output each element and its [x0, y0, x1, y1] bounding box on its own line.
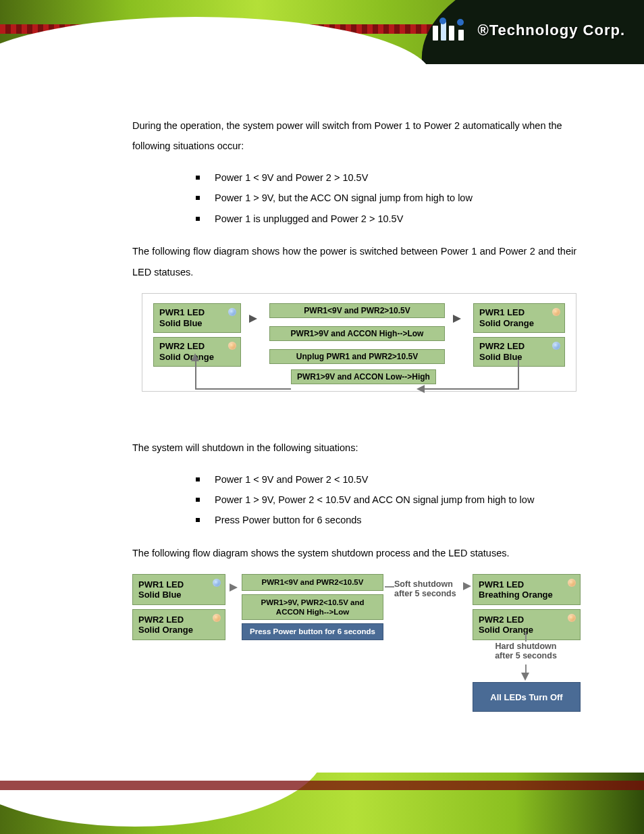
state-all-off: All LEDs Turn Off: [473, 682, 581, 712]
list-item: Power 1 < 9V and Power 2 < 10.5V: [196, 469, 576, 490]
section1-intro: During the operation, the system power w…: [132, 115, 576, 157]
arrow-right-icon: [463, 582, 471, 590]
state-pwr1-led: PWR1 LEDSolid Orange: [473, 303, 565, 333]
arrow-left-icon: [417, 385, 425, 393]
led-dot-icon: [228, 308, 236, 316]
registered-mark: ®: [477, 22, 489, 38]
list-item: Power 1 > 9V, Power 2 < 10.5V and ACC ON…: [196, 490, 576, 510]
state-pwr2-led: PWR2 LEDSolid Orange: [132, 609, 225, 640]
section2-intro: The system will shutdown in the followin…: [132, 438, 576, 458]
list-item: Power 1 > 9V, but the ACC ON signal jump…: [196, 188, 576, 208]
page-header: ®Technology Corp.: [0, 0, 644, 64]
led-dot-icon: [228, 342, 236, 350]
soft-shutdown-label: Soft shutdownafter 5 seconds: [394, 579, 456, 598]
page-footer: [0, 773, 644, 834]
condition-box: Unplug PWR1 and PWR2>10.5V: [269, 349, 445, 364]
condition-box: PWR1>9V and ACCON High-->Low: [269, 326, 445, 341]
led-dot-icon: [213, 579, 221, 587]
section1-after: The following flow diagram shows how the…: [132, 241, 576, 282]
page-content: During the operation, the system power w…: [0, 64, 644, 773]
list-item: Power 1 < 9V and Power 2 > 10.5V: [196, 167, 576, 188]
state-pwr2-led: PWR2 LEDSolid Orange: [153, 337, 241, 367]
led-dot-icon: [568, 579, 576, 587]
arrow-right-icon: [453, 313, 461, 323]
list-item: Press Power button for 6 seconds: [196, 510, 576, 530]
condition-box: Press Power button for 6 seconds: [242, 623, 383, 640]
state-pwr2-led: PWR2 LEDSolid Blue: [473, 337, 565, 367]
diagram-shutdown: PWR1 LEDSolid Blue PWR2 LEDSolid Orange …: [132, 574, 576, 729]
list-item: Power 1 is unplugged and Power 2 > 10.5V: [196, 209, 576, 229]
arrow-right-icon: [230, 583, 238, 592]
brand-name: Technology Corp.: [489, 22, 625, 38]
state-pwr1-led: PWR1 LEDSolid Blue: [132, 574, 225, 605]
diagram-power-switch: PWR1 LEDSolid Blue PWR2 LEDSolid Orange …: [142, 293, 576, 392]
section2-after: The following flow diagram shows the sys…: [132, 543, 576, 563]
condition-box: PWR1<9V and PWR2<10.5V: [242, 574, 383, 590]
state-pwr1-led: PWR1 LEDSolid Blue: [153, 303, 241, 333]
arrow-down-icon: [521, 673, 529, 681]
arrow-right-icon: [249, 313, 257, 323]
condition-box: PWR1>9V, PWR2<10.5V and ACCON High-->Low: [242, 594, 383, 621]
brand-logo-icon: [433, 22, 473, 41]
led-dot-icon: [568, 614, 576, 622]
section2-bullets: Power 1 < 9V and Power 2 < 10.5V Power 1…: [196, 469, 576, 531]
arrow-up-icon: [191, 353, 199, 361]
state-pwr2-led: PWR2 LEDSolid Orange: [473, 609, 581, 640]
led-dot-icon: [552, 308, 560, 316]
brand: ®Technology Corp.: [433, 22, 625, 41]
led-dot-icon: [213, 614, 221, 622]
state-pwr1-led: PWR1 LEDBreathing Orange: [473, 574, 581, 605]
led-dot-icon: [552, 342, 560, 350]
hard-shutdown-label: Hard shutdownafter 5 seconds: [475, 642, 576, 660]
condition-box: PWR1<9V and PWR2>10.5V: [269, 303, 445, 318]
section1-bullets: Power 1 < 9V and Power 2 > 10.5V Power 1…: [196, 167, 576, 229]
page: ®Technology Corp. During the operation, …: [0, 0, 644, 834]
condition-box: PWR1>9V and ACCON Low-->High: [291, 369, 436, 384]
